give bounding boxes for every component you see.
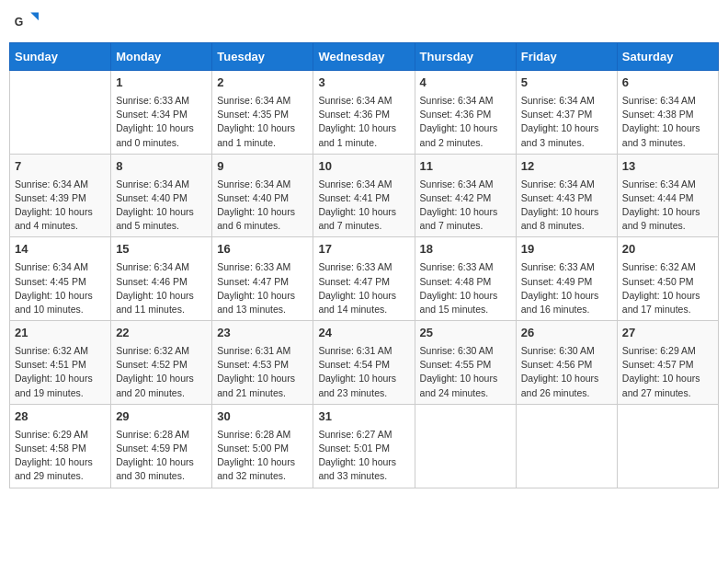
page-header: G [9,9,719,35]
day-number: 10 [318,158,409,176]
day-number: 5 [521,75,612,92]
day-info: Sunrise: 6:27 AMSunset: 5:01 PMDaylight:… [318,428,409,484]
day-info: Sunrise: 6:28 AMSunset: 4:59 PMDaylight:… [116,428,207,484]
day-info: Sunrise: 6:33 AMSunset: 4:48 PMDaylight:… [420,260,511,316]
day-cell: 9Sunrise: 6:34 AMSunset: 4:40 PMDaylight… [212,154,313,237]
day-number: 17 [318,241,409,259]
day-number: 18 [420,241,511,259]
day-cell [10,71,111,155]
day-number: 12 [521,158,612,176]
day-cell: 31Sunrise: 6:27 AMSunset: 5:01 PMDayligh… [313,404,415,488]
day-cell: 1Sunrise: 6:33 AMSunset: 4:34 PMDaylight… [111,71,212,155]
calendar-table: SundayMondayTuesdayWednesdayThursdayFrid… [9,42,719,488]
day-cell: 18Sunrise: 6:33 AMSunset: 4:48 PMDayligh… [415,237,516,321]
day-info: Sunrise: 6:30 AMSunset: 4:56 PMDaylight:… [521,344,612,400]
day-info: Sunrise: 6:29 AMSunset: 4:57 PMDaylight:… [622,344,713,400]
day-info: Sunrise: 6:31 AMSunset: 4:53 PMDaylight:… [217,344,308,400]
day-cell: 14Sunrise: 6:34 AMSunset: 4:45 PMDayligh… [10,237,111,321]
day-info: Sunrise: 6:34 AMSunset: 4:39 PMDaylight:… [15,178,106,234]
day-info: Sunrise: 6:34 AMSunset: 4:40 PMDaylight:… [116,178,207,234]
day-number: 23 [217,325,308,342]
header-sunday: Sunday [10,43,111,71]
logo: G [13,9,40,35]
day-number: 19 [521,241,612,259]
day-info: Sunrise: 6:33 AMSunset: 4:47 PMDaylight:… [217,260,308,316]
day-number: 20 [622,241,713,259]
week-row-1: 1Sunrise: 6:33 AMSunset: 4:34 PMDaylight… [10,71,719,155]
day-cell: 20Sunrise: 6:32 AMSunset: 4:50 PMDayligh… [617,237,718,321]
day-number: 8 [116,158,207,176]
day-info: Sunrise: 6:32 AMSunset: 4:52 PMDaylight:… [116,344,207,400]
day-cell: 6Sunrise: 6:34 AMSunset: 4:38 PMDaylight… [617,71,718,155]
header-wednesday: Wednesday [313,43,415,71]
day-cell: 24Sunrise: 6:31 AMSunset: 4:54 PMDayligh… [313,321,415,405]
week-row-5: 28Sunrise: 6:29 AMSunset: 4:58 PMDayligh… [10,404,719,488]
day-number: 21 [15,325,106,342]
logo-icon: G [13,9,39,35]
day-cell: 11Sunrise: 6:34 AMSunset: 4:42 PMDayligh… [415,154,516,237]
day-number: 30 [217,408,308,426]
header-friday: Friday [516,43,617,71]
day-cell: 26Sunrise: 6:30 AMSunset: 4:56 PMDayligh… [516,321,617,405]
day-cell: 7Sunrise: 6:34 AMSunset: 4:39 PMDaylight… [10,154,111,237]
day-info: Sunrise: 6:34 AMSunset: 4:43 PMDaylight:… [521,178,612,234]
week-row-2: 7Sunrise: 6:34 AMSunset: 4:39 PMDaylight… [10,154,719,237]
header-tuesday: Tuesday [212,43,313,71]
day-info: Sunrise: 6:34 AMSunset: 4:36 PMDaylight:… [420,94,511,150]
day-number: 25 [420,325,511,342]
day-number: 16 [217,241,308,259]
day-cell: 30Sunrise: 6:28 AMSunset: 5:00 PMDayligh… [212,404,313,488]
day-cell: 25Sunrise: 6:30 AMSunset: 4:55 PMDayligh… [415,321,516,405]
day-number: 26 [521,325,612,342]
day-info: Sunrise: 6:34 AMSunset: 4:46 PMDaylight:… [116,260,207,316]
svg-text:G: G [15,16,24,29]
day-info: Sunrise: 6:34 AMSunset: 4:36 PMDaylight:… [318,94,409,150]
day-info: Sunrise: 6:34 AMSunset: 4:45 PMDaylight:… [15,260,106,316]
day-cell: 3Sunrise: 6:34 AMSunset: 4:36 PMDaylight… [313,71,415,155]
day-number: 14 [15,241,106,259]
header-saturday: Saturday [617,43,718,71]
day-number: 11 [420,158,511,176]
day-number: 3 [318,75,409,92]
day-cell: 19Sunrise: 6:33 AMSunset: 4:49 PMDayligh… [516,237,617,321]
day-info: Sunrise: 6:34 AMSunset: 4:38 PMDaylight:… [622,94,713,150]
day-cell: 2Sunrise: 6:34 AMSunset: 4:35 PMDaylight… [212,71,313,155]
day-number: 24 [318,325,409,342]
day-number: 1 [116,75,207,92]
day-number: 15 [116,241,207,259]
day-cell: 22Sunrise: 6:32 AMSunset: 4:52 PMDayligh… [111,321,212,405]
week-row-3: 14Sunrise: 6:34 AMSunset: 4:45 PMDayligh… [10,237,719,321]
day-info: Sunrise: 6:33 AMSunset: 4:34 PMDaylight:… [116,94,207,150]
day-cell: 23Sunrise: 6:31 AMSunset: 4:53 PMDayligh… [212,321,313,405]
day-info: Sunrise: 6:34 AMSunset: 4:35 PMDaylight:… [217,94,308,150]
day-cell: 21Sunrise: 6:32 AMSunset: 4:51 PMDayligh… [10,321,111,405]
day-info: Sunrise: 6:34 AMSunset: 4:42 PMDaylight:… [420,178,511,234]
day-number: 6 [622,75,713,92]
day-info: Sunrise: 6:28 AMSunset: 5:00 PMDaylight:… [217,428,308,484]
day-cell: 5Sunrise: 6:34 AMSunset: 4:37 PMDaylight… [516,71,617,155]
day-cell [617,404,718,488]
day-info: Sunrise: 6:30 AMSunset: 4:55 PMDaylight:… [420,344,511,400]
day-cell: 10Sunrise: 6:34 AMSunset: 4:41 PMDayligh… [313,154,415,237]
day-cell: 13Sunrise: 6:34 AMSunset: 4:44 PMDayligh… [617,154,718,237]
day-info: Sunrise: 6:34 AMSunset: 4:41 PMDaylight:… [318,178,409,234]
day-number: 9 [217,158,308,176]
day-number: 31 [318,408,409,426]
day-number: 27 [622,325,713,342]
day-cell: 28Sunrise: 6:29 AMSunset: 4:58 PMDayligh… [10,404,111,488]
day-number: 13 [622,158,713,176]
day-info: Sunrise: 6:32 AMSunset: 4:50 PMDaylight:… [622,260,713,316]
header-thursday: Thursday [415,43,516,71]
day-info: Sunrise: 6:29 AMSunset: 4:58 PMDaylight:… [15,428,106,484]
day-info: Sunrise: 6:32 AMSunset: 4:51 PMDaylight:… [15,344,106,400]
day-number: 7 [15,158,106,176]
day-info: Sunrise: 6:34 AMSunset: 4:40 PMDaylight:… [217,178,308,234]
day-cell: 8Sunrise: 6:34 AMSunset: 4:40 PMDaylight… [111,154,212,237]
day-info: Sunrise: 6:31 AMSunset: 4:54 PMDaylight:… [318,344,409,400]
day-cell: 12Sunrise: 6:34 AMSunset: 4:43 PMDayligh… [516,154,617,237]
day-cell: 15Sunrise: 6:34 AMSunset: 4:46 PMDayligh… [111,237,212,321]
day-number: 2 [217,75,308,92]
svg-marker-1 [30,13,39,21]
day-cell: 4Sunrise: 6:34 AMSunset: 4:36 PMDaylight… [415,71,516,155]
day-info: Sunrise: 6:33 AMSunset: 4:47 PMDaylight:… [318,260,409,316]
